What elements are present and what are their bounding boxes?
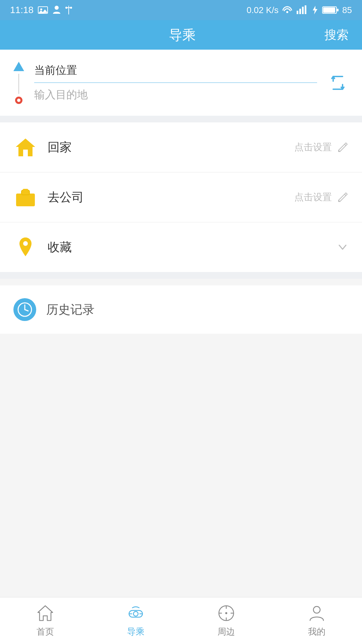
svg-marker-12 [313, 6, 317, 14]
work-item-label: 去公司 [48, 189, 284, 206]
edit-icon [337, 142, 349, 153]
home-nav-icon [36, 604, 55, 623]
work-icon [15, 187, 36, 208]
location-arrow-icon [13, 62, 24, 71]
favorites-item-action[interactable] [337, 241, 349, 253]
destination-dot-icon [15, 97, 22, 104]
work-item-action[interactable]: 点击设置 [294, 191, 349, 204]
swap-icon [330, 74, 345, 91]
section-divider-1 [0, 116, 362, 122]
chevron-down-icon [337, 241, 349, 253]
svg-rect-20 [23, 189, 28, 192]
compass-nav-icon [217, 604, 236, 623]
pin-icon [16, 237, 35, 258]
quick-access-list: 回家 点击设置 去公司 点击设置 [0, 122, 362, 272]
swap-button[interactable] [327, 71, 349, 95]
location-inputs: 当前位置 输入目的地 [34, 60, 317, 106]
svg-point-21 [23, 241, 28, 246]
user-nav-icon [307, 604, 326, 623]
battery-icon [322, 5, 339, 15]
location-section: 当前位置 输入目的地 [0, 50, 362, 116]
home-tab-label: 首页 [37, 626, 54, 638]
status-bar: 11:18 0.02 K/s [0, 0, 362, 20]
search-button[interactable]: 搜索 [324, 27, 349, 43]
home-item-action[interactable]: 点击设置 [294, 141, 349, 154]
home-icon [15, 137, 36, 158]
favorites-item[interactable]: 收藏 [0, 222, 362, 272]
location-icons [13, 62, 24, 104]
work-action-text: 点击设置 [294, 191, 332, 204]
svg-point-35 [313, 606, 320, 613]
destination-row[interactable]: 输入目的地 [34, 84, 317, 106]
favorites-item-label: 收藏 [48, 239, 326, 256]
home-action-text: 点击设置 [294, 141, 332, 154]
favorites-item-icon-container [13, 235, 38, 259]
guide-nav-icon [126, 604, 145, 623]
work-item[interactable]: 去公司 点击设置 [0, 172, 362, 222]
network-speed: 0.02 K/s [247, 5, 279, 15]
location-input-divider [34, 83, 317, 83]
work-item-icon-container [13, 185, 38, 209]
destination-placeholder: 输入目的地 [34, 88, 88, 102]
battery-percent: 85 [342, 5, 352, 15]
svg-point-2 [55, 6, 59, 10]
usb-icon [65, 5, 72, 15]
svg-rect-11 [305, 5, 306, 14]
signal-icon [282, 5, 293, 15]
app-header: 导乘 搜索 [0, 20, 362, 50]
status-left: 11:18 [10, 5, 72, 15]
location-connector-line [18, 74, 19, 94]
svg-point-6 [70, 7, 72, 9]
svg-point-1 [40, 8, 42, 10]
svg-rect-10 [302, 7, 304, 14]
svg-point-26 [133, 611, 138, 616]
nav-mine-tab[interactable]: 我的 [272, 604, 362, 638]
svg-rect-9 [299, 9, 301, 14]
svg-line-24 [25, 310, 28, 311]
svg-point-34 [225, 612, 227, 614]
guide-tab-label: 导乘 [127, 626, 144, 638]
home-item-icon-container [13, 135, 38, 159]
person-icon [52, 5, 61, 15]
home-item-label: 回家 [48, 139, 284, 156]
nearby-tab-label: 周边 [218, 626, 235, 638]
mine-tab-label: 我的 [308, 626, 325, 638]
svg-rect-14 [337, 9, 339, 11]
current-location-row[interactable]: 当前位置 [34, 60, 317, 81]
nav-nearby-tab[interactable]: 周边 [181, 604, 272, 638]
image-icon [38, 5, 48, 15]
page-title: 导乘 [40, 26, 324, 44]
svg-rect-18 [16, 194, 35, 206]
svg-marker-16 [16, 139, 35, 156]
edit-icon-work [337, 192, 349, 203]
bottom-navigation: 首页 导乘 周边 我的 [0, 597, 362, 644]
section-divider-2 [0, 272, 362, 279]
svg-rect-15 [323, 7, 335, 13]
status-right: 0.02 K/s 85 [247, 5, 352, 15]
clock-icon-container [13, 298, 36, 321]
charging-icon [311, 5, 319, 15]
history-section[interactable]: 历史记录 [0, 285, 362, 334]
nav-home-tab[interactable]: 首页 [0, 604, 90, 638]
status-time: 11:18 [10, 5, 34, 15]
network-4g-icon [296, 5, 308, 15]
svg-point-7 [286, 11, 288, 13]
nav-guide-tab[interactable]: 导乘 [90, 604, 181, 638]
clock-icon [17, 302, 33, 318]
current-location-text: 当前位置 [34, 63, 77, 78]
svg-rect-8 [297, 11, 298, 14]
svg-point-5 [65, 7, 67, 9]
history-label: 历史记录 [46, 302, 95, 318]
home-item[interactable]: 回家 点击设置 [0, 122, 362, 172]
